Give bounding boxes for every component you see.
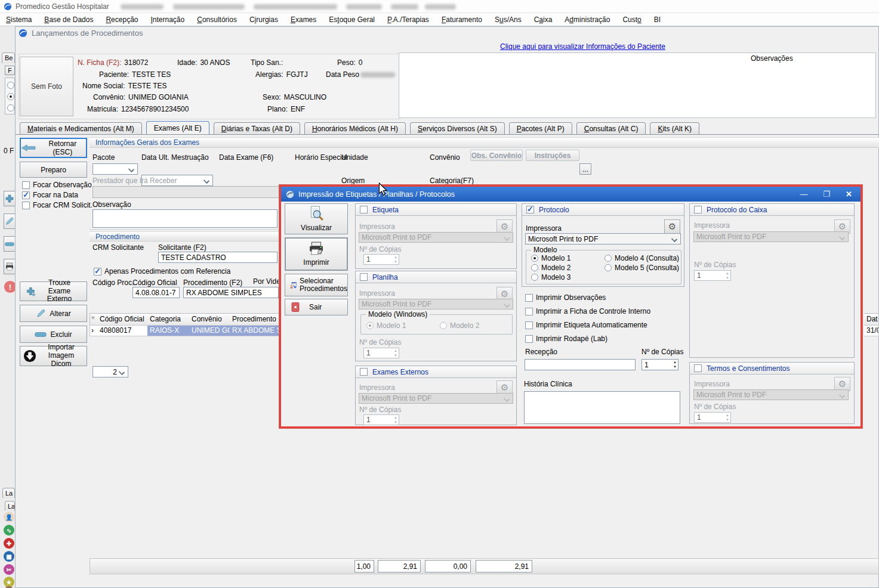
solicitante-input[interactable]: TESTE CADASTRO	[158, 252, 277, 263]
exames-externos-checkbox[interactable]	[360, 368, 368, 376]
grid-header-categoria[interactable]: Categoria	[147, 313, 190, 326]
termos-printer-combo[interactable]: Microsoft Print to PDF	[693, 389, 849, 400]
data-ult-label: Data Ult. Mestruação	[141, 153, 209, 162]
menu-bi[interactable]: BI	[654, 16, 661, 24]
exames-externos-copias-spinner[interactable]: 1	[363, 414, 399, 425]
planilha-modelo1-radio[interactable]	[366, 322, 374, 329]
tab-pacotes[interactable]: Pacotes (Alt P)	[509, 122, 572, 135]
protocolo-modelo4-radio[interactable]	[604, 255, 612, 262]
planilha-copias-spinner[interactable]: 1	[363, 348, 399, 358]
protocolo-caixa-copias-spinner[interactable]: 1	[694, 270, 731, 281]
background-add-icon	[4, 191, 16, 206]
peso-label: Peso:	[337, 58, 356, 67]
menu-sus-ans[interactable]: Sus/Ans	[495, 16, 522, 24]
excluir-button[interactable]: Excluir	[20, 326, 87, 343]
protocolo-caixa-checkbox[interactable]	[694, 206, 702, 213]
protocolo-modelo5-radio[interactable]	[604, 264, 612, 271]
protocolo-printer-combo[interactable]: Microsoft Print to PDF	[525, 233, 681, 245]
termos-checkbox[interactable]	[694, 364, 702, 372]
menu-faturamento[interactable]: Faturamento	[442, 16, 482, 24]
protocolo-modelo3-radio[interactable]	[531, 274, 538, 281]
selecionar-procedimentos-button[interactable]: ? Selecionar Procedimentos	[285, 274, 348, 296]
protocolo-checkbox[interactable]	[526, 206, 534, 213]
historia-clinica-textarea[interactable]	[524, 391, 680, 424]
termos-copias-spinner[interactable]: 1	[694, 412, 731, 423]
grid-cell-procedimento[interactable]: RX ABDOME SIMP	[230, 325, 280, 336]
tab-servicos[interactable]: Serviços Diversos (Alt S)	[410, 122, 505, 135]
alterar-button[interactable]: Alterar	[20, 305, 87, 322]
protocolo-caixa-printer-combo[interactable]: Microsoft Print to PDF	[693, 231, 849, 242]
menu-consultorios[interactable]: Consultórios	[197, 16, 237, 24]
sair-button[interactable]: Sair	[285, 299, 348, 315]
imprimir-button[interactable]: Imprimir	[285, 237, 348, 271]
focar-na-data-checkbox[interactable]	[22, 191, 30, 199]
obs-convenio-button[interactable]: Obs. Convênio	[470, 150, 523, 161]
grid-cell-convenio[interactable]: UNIMED GOI	[189, 325, 230, 336]
menu-caixa[interactable]: Caixa	[534, 16, 553, 24]
observacoes-box[interactable]	[399, 52, 876, 118]
planilha-checkbox[interactable]	[360, 273, 368, 281]
tab-materiais[interactable]: Materiais e Medicamentos (Alt M)	[20, 122, 142, 135]
etiqueta-copias-spinner[interactable]: 1	[363, 254, 399, 265]
etiqueta-printer-combo[interactable]: Microsoft Print to PDF	[359, 232, 513, 243]
dialog-titlebar[interactable]: Impressão de Etiquetas / Planilhas / Pro…	[281, 187, 861, 202]
convenio-more-button[interactable]: ...	[579, 163, 591, 175]
tab-consultas[interactable]: Consultas (Alt C)	[576, 122, 646, 135]
importar-dicom-button[interactable]: Importar Imagem Dicom	[20, 346, 87, 366]
minimize-icon[interactable]: —	[800, 190, 807, 199]
grid-header-convenio[interactable]: Convênio	[189, 313, 230, 326]
menu-internacao[interactable]: Internação	[150, 16, 184, 24]
etiqueta-checkbox[interactable]	[360, 206, 368, 213]
observacao-textarea[interactable]	[92, 209, 277, 228]
grid-header-codigo[interactable]: Código Oficial	[97, 313, 148, 326]
imprimir-rodape-checkbox[interactable]	[525, 335, 533, 343]
menu-administracao[interactable]: Administração	[565, 16, 610, 24]
maximize-icon[interactable]: ❐	[823, 190, 830, 199]
close-icon[interactable]: ✕	[846, 190, 852, 199]
menu-recepcao[interactable]: Recepção	[106, 16, 138, 24]
tab-diarias[interactable]: Diárias e Taxas (Alt D)	[214, 122, 300, 135]
exames-externos-printer-combo[interactable]: Microsoft Print to PDF	[359, 393, 513, 404]
tab-honorarios[interactable]: Honorários Médicos (Alt H)	[304, 122, 406, 135]
menu-custo[interactable]: Custo	[622, 16, 641, 24]
focar-observacao-checkbox[interactable]	[22, 181, 30, 189]
menu-cirurgias[interactable]: Cirurgias	[249, 16, 278, 24]
grid-header-procedimento[interactable]: Procedimento	[230, 313, 280, 326]
protocolo-modelo2-radio[interactable]	[531, 264, 538, 271]
trouxe-exame-button[interactable]: Trouxe Exame Externo	[20, 281, 87, 301]
recepcao-input[interactable]	[525, 359, 636, 370]
menu-base-de-dados[interactable]: Base de Dados	[44, 16, 93, 24]
procedimento-input[interactable]: RX ABDOME SIMPLES	[183, 287, 279, 298]
menu-sistema[interactable]: Sistema	[6, 16, 32, 24]
tab-kits[interactable]: Kits (Alt K)	[650, 122, 699, 135]
menu-pa-terapias[interactable]: P.A./Terapias	[387, 16, 429, 24]
grid-header-data-clipped[interactable]: Dat	[864, 313, 879, 326]
protocolo-modelo1-radio[interactable]	[531, 255, 538, 262]
background-cross-icon: ✚	[4, 538, 14, 549]
grid-cell-data-clipped[interactable]: 31/0	[864, 325, 879, 336]
imprimir-etiqueta-auto-checkbox[interactable]	[525, 321, 533, 329]
menu-exames[interactable]: Exames	[291, 16, 316, 24]
planilha-impressora-label: Impressora	[359, 289, 395, 298]
focar-crm-checkbox[interactable]	[22, 202, 30, 209]
menu-estoque-geral[interactable]: Estoque Geral	[329, 16, 375, 24]
grid-cell-categoria[interactable]: RAIOS-X	[147, 325, 190, 336]
protocolo-gear-icon[interactable]: ⚙	[664, 219, 680, 234]
imprimir-observacoes-checkbox[interactable]	[525, 294, 533, 302]
visualizar-button[interactable]: Visualizar	[285, 203, 348, 234]
apenas-referencia-checkbox[interactable]	[94, 268, 101, 276]
tab-exames[interactable]: Exames (Alt E)	[146, 121, 209, 135]
retornar-button[interactable]: Retornar (ESC)	[20, 138, 87, 158]
pacote-combo[interactable]	[92, 163, 138, 175]
convenio-field-label: Convênio	[430, 153, 460, 162]
planilha-printer-combo[interactable]: Microsoft Print to PDF	[359, 299, 513, 310]
instrucoes-button[interactable]: Instruções	[526, 150, 579, 161]
codigo-oficial-input[interactable]: 4.08.08.01-7	[132, 287, 180, 298]
preparo-button[interactable]: Preparo	[20, 162, 87, 178]
imprimir-ficha-checkbox[interactable]	[525, 308, 533, 315]
patient-info-link[interactable]: Clique aqui para visualizar Informações …	[500, 42, 665, 51]
grid-cell-codigo[interactable]: 40808017	[97, 325, 148, 336]
planilha-modelo2-radio[interactable]	[440, 322, 447, 329]
codigo-proc-combo[interactable]: 2	[92, 366, 128, 377]
protocolo-copias-spinner[interactable]: 1	[641, 359, 678, 370]
